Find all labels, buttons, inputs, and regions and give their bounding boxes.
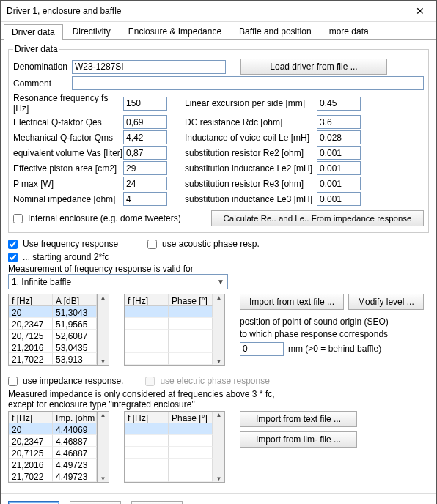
re3-input[interactable] [317,177,361,190]
close-icon[interactable]: ✕ [410,4,430,18]
cell[interactable] [125,423,169,435]
abort-button[interactable]: Abort [131,501,183,504]
cell[interactable]: 53,0435 [53,341,97,353]
use-ac-phase-checkbox[interactable] [147,240,157,249]
use-ac-phase-check[interactable]: use acoustic phase resp. [147,239,260,249]
scroll-up-icon[interactable]: ▲ [216,294,222,301]
scroll-down-icon[interactable]: ▼ [100,475,106,482]
apply-button[interactable]: Apply [70,501,121,504]
baffle-combo[interactable]: 1. Infinite baffle ▼ [8,274,228,289]
qes-input[interactable] [123,115,167,129]
cell[interactable]: 20,7125 [9,330,53,341]
imp-table[interactable]: f [Hz] Imp. [ohm 204,44069 20,23474,4688… [8,411,109,483]
start-2fc-check[interactable]: ... starting around 2*fc [8,252,429,262]
cell[interactable] [125,447,169,459]
cell[interactable] [125,459,169,470]
seo-input[interactable] [240,342,284,356]
use-imp-checkbox[interactable] [8,377,18,386]
freq-amp-table[interactable]: f [Hz] A [dB] 2051,3043 20,234751,9565 2… [8,294,109,366]
use-freq-check[interactable]: Use frequency response [8,239,118,249]
denomination-input[interactable] [72,60,226,74]
cell[interactable] [125,435,169,447]
qms-input[interactable] [123,130,167,144]
table-scrollbar[interactable]: ▲▼ [98,294,109,366]
cell[interactable] [169,423,213,435]
cell[interactable] [125,341,169,353]
comment-input[interactable] [72,76,424,90]
cell[interactable]: 21,7022 [9,353,53,365]
tab-enclosure[interactable]: Enclosure & Impedance [120,23,229,39]
freq-phase-table[interactable]: f [Hz] Phase [°] ▲▼ [124,294,225,366]
col-header: f [Hz] [9,412,53,423]
import-lim-button[interactable]: Import from lim- file ... [240,431,357,448]
use-freq-checkbox[interactable] [8,240,18,249]
cell[interactable]: 4,46887 [53,447,97,459]
cell[interactable]: 4,49723 [53,470,97,482]
calc-re-le-button[interactable]: Calculate Re.. and Le.. From impedance r… [211,210,424,226]
cell[interactable]: 52,6087 [53,330,97,341]
import-text-button-2[interactable]: Import from text file ... [240,411,357,427]
cell[interactable] [169,306,213,318]
cell[interactable]: 21,2016 [9,459,53,470]
pmax-input[interactable] [123,177,167,190]
cell[interactable] [169,470,213,482]
cell[interactable] [169,435,213,447]
cell[interactable] [169,330,213,341]
table-scrollbar[interactable]: ▲▼ [213,294,225,366]
cell[interactable]: 20,7125 [9,447,53,459]
le-input[interactable] [317,130,361,144]
rdc-input[interactable] [317,115,361,129]
cell[interactable]: 21,7022 [9,470,53,482]
scroll-down-icon[interactable]: ▼ [216,358,222,365]
scroll-down-icon[interactable]: ▼ [216,475,222,482]
cell[interactable] [169,318,213,330]
scroll-down-icon[interactable]: ▼ [100,358,106,365]
table-scrollbar[interactable]: ▲▼ [98,411,109,483]
cell[interactable]: 20 [9,423,53,435]
cell[interactable] [125,318,169,330]
cell[interactable] [169,341,213,353]
internal-enclosure-check[interactable]: Internal enclosure (e.g. dome tweeters) [13,213,181,223]
start-2fc-checkbox[interactable] [8,253,18,262]
tab-baffle[interactable]: Baffle and position [231,23,320,39]
cell[interactable]: 51,9565 [53,318,97,330]
cell[interactable]: 21,2016 [9,341,53,353]
table-scrollbar[interactable]: ▲▼ [213,411,225,483]
import-text-button[interactable]: Import from text file ... [240,294,344,310]
scroll-up-icon[interactable]: ▲ [216,412,222,418]
znom-input[interactable] [123,192,167,206]
le2-input[interactable] [317,161,361,175]
cell[interactable]: 20,2347 [9,435,53,447]
fs-input[interactable] [123,97,167,111]
cell[interactable] [169,353,213,365]
internal-enclosure-checkbox[interactable] [13,214,23,223]
le3-input[interactable] [317,192,361,206]
cell[interactable] [125,306,169,318]
cell[interactable]: 4,44069 [53,423,97,435]
cell[interactable]: 20 [9,306,53,318]
xlin-input[interactable] [317,97,361,111]
tab-driver-data[interactable]: Driver data [4,24,63,40]
scroll-up-icon[interactable]: ▲ [100,294,106,301]
load-driver-button[interactable]: Load driver from file ... [240,59,387,75]
cell[interactable] [169,447,213,459]
use-imp-check[interactable]: use impedance response. [8,376,123,386]
vas-input[interactable] [123,146,167,160]
cell[interactable]: 4,46887 [53,435,97,447]
cell[interactable]: 4,49723 [53,459,97,470]
cell[interactable] [125,330,169,341]
modify-level-button[interactable]: Modify level ... [348,294,424,310]
tab-more-data[interactable]: more data [321,23,377,39]
cell[interactable] [125,353,169,365]
scroll-up-icon[interactable]: ▲ [100,412,106,418]
cell[interactable]: 51,3043 [53,306,97,318]
re2-input[interactable] [317,146,361,160]
cell[interactable]: 53,913 [53,353,97,365]
ok-button[interactable]: Ok [8,501,59,504]
cell[interactable] [169,459,213,470]
cell[interactable] [125,470,169,482]
cell[interactable]: 20,2347 [9,318,53,330]
tab-directivity[interactable]: Directivity [65,23,119,39]
sd-input[interactable] [123,161,167,175]
imp-phase-table[interactable]: f [Hz] Phase [°] ▲▼ [124,411,225,483]
